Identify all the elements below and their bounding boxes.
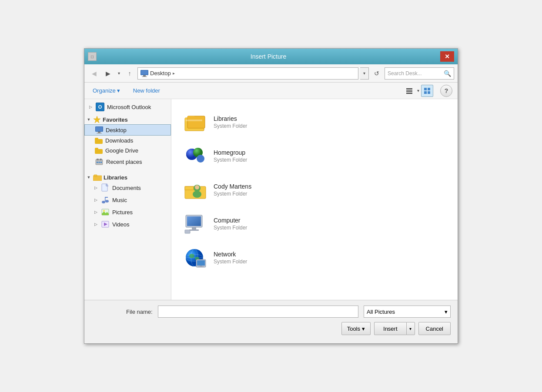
view-tiles-button[interactable] [421, 85, 433, 97]
main-area: ▷ O Microsoft Outlook ▼ Favorites De [84, 99, 458, 300]
forward-button[interactable]: ▶ [102, 67, 114, 80]
pictures-expand-arrow: ▷ [93, 210, 98, 214]
svg-rect-56 [197, 260, 205, 266]
insert-dropdown-button[interactable]: ▾ [406, 322, 415, 335]
svg-point-53 [189, 254, 194, 258]
libraries-info: Libraries System Folder [214, 115, 247, 129]
sidebar-item-documents[interactable]: ▷ Documents [84, 182, 171, 194]
pictures-icon [101, 208, 110, 216]
new-folder-label: New folder [133, 87, 160, 94]
address-box[interactable]: Desktop ▸ [137, 67, 358, 80]
computer-name: Computer [214, 217, 247, 224]
svg-rect-46 [189, 229, 199, 231]
svg-rect-3 [424, 88, 427, 90]
sidebar-item-google-drive[interactable]: Google Drive [84, 146, 171, 156]
new-folder-button[interactable]: New folder [130, 85, 163, 96]
desktop-sidebar-icon [95, 126, 103, 133]
svg-rect-13 [100, 162, 102, 163]
filetype-select[interactable]: All Pictures ▾ [364, 306, 451, 318]
videos-expand-arrow: ▷ [93, 222, 98, 226]
sidebar-item-outlook[interactable]: ▷ O Microsoft Outlook [84, 101, 171, 113]
downloads-folder-icon [95, 138, 103, 144]
insert-button[interactable]: Insert [374, 322, 406, 335]
network-info: Network System Folder [214, 251, 247, 265]
back-button[interactable]: ◀ [88, 67, 100, 80]
content-area: Libraries System Folder [171, 99, 458, 300]
svg-rect-12 [99, 162, 100, 163]
svg-point-36 [197, 155, 204, 163]
outlook-expand-arrow: ▷ [88, 105, 93, 109]
sidebar-item-videos[interactable]: ▷ Videos [84, 218, 171, 230]
toolbar: Organize ▾ New folder ▾ [84, 83, 458, 99]
buttons-row: Tools ▾ Insert ▾ Cancel [91, 322, 451, 335]
google-drive-label: Google Drive [105, 147, 138, 154]
documents-expand-arrow: ▷ [93, 186, 98, 190]
up-button[interactable]: ↑ [124, 67, 136, 80]
footer: File name: All Pictures ▾ Tools ▾ Insert… [84, 300, 458, 343]
sidebar-item-music[interactable]: ▷ Music [84, 194, 171, 206]
search-placeholder: Search Desk... [388, 70, 442, 76]
organize-arrow: ▾ [117, 87, 120, 94]
address-chevron: ▸ [173, 71, 175, 76]
sidebar-item-downloads[interactable]: Downloads [84, 136, 171, 146]
svg-rect-16 [94, 175, 97, 176]
music-icon [101, 196, 110, 204]
sidebar-item-recent-places[interactable]: Recent places [84, 156, 171, 168]
svg-point-41 [195, 185, 199, 189]
close-button[interactable]: ✕ [440, 51, 454, 62]
filename-label: File name: [126, 309, 153, 315]
libraries-folder-icon [93, 174, 102, 181]
svg-point-24 [103, 210, 105, 212]
help-button[interactable]: ? [440, 85, 452, 97]
desktop-address-icon [141, 70, 148, 77]
google-drive-folder-icon [95, 148, 103, 154]
address-dropdown[interactable]: ▾ [360, 67, 369, 80]
address-bar: ◀ ▶ ▾ ↑ Desktop ▸ ▾ ↺ Search Desk... 🔍 [84, 64, 458, 83]
view-controls: ▾ [403, 85, 433, 97]
view-list-button[interactable] [403, 85, 415, 97]
cancel-button[interactable]: Cancel [418, 322, 451, 335]
sidebar-libraries-section: ▼ Libraries [84, 171, 171, 182]
sidebar-item-pictures[interactable]: ▷ Pictures [84, 206, 171, 218]
dialog-icon-text: □ [91, 54, 94, 59]
svg-rect-6 [428, 91, 430, 94]
videos-label: Videos [112, 221, 130, 228]
filename-input[interactable] [158, 306, 358, 318]
insert-group: Insert ▾ [374, 322, 415, 335]
svg-point-20 [105, 200, 109, 203]
content-item-user-folder[interactable]: Cody Martens System Folder [178, 174, 451, 206]
organize-button[interactable]: Organize ▾ [90, 85, 123, 96]
dialog-icon: □ [88, 52, 97, 61]
music-label: Music [112, 197, 127, 203]
nav-dropdown-arrow[interactable]: ▾ [116, 67, 122, 80]
favorites-expand-arrow: ▼ [86, 117, 91, 122]
computer-content-icon [184, 213, 207, 235]
documents-icon [101, 183, 110, 192]
favorites-label: Favorites [103, 116, 128, 123]
content-item-computer[interactable]: Computer System Folder [178, 208, 451, 240]
svg-rect-0 [406, 88, 412, 90]
sidebar-favorites-section: ▼ Favorites [84, 113, 171, 124]
outlook-icon: O [96, 103, 104, 111]
content-item-libraries[interactable]: Libraries System Folder [178, 106, 451, 138]
svg-rect-44 [187, 216, 201, 226]
sidebar-item-desktop[interactable]: Desktop [84, 124, 171, 136]
libraries-name: Libraries [214, 115, 247, 122]
address-location: Desktop [150, 70, 171, 76]
search-icon[interactable]: 🔍 [444, 70, 451, 77]
refresh-button[interactable]: ↺ [371, 67, 383, 80]
svg-rect-9 [97, 159, 99, 160]
search-box[interactable]: Search Desk... 🔍 [385, 67, 454, 80]
homegroup-info: Homegroup System Folder [214, 149, 247, 163]
tools-button[interactable]: Tools ▾ [341, 322, 371, 335]
svg-rect-38 [185, 186, 194, 190]
organize-label: Organize [93, 87, 116, 94]
user-folder-info: Cody Martens System Folder [214, 183, 251, 197]
user-folder-name: Cody Martens [214, 183, 251, 190]
view-dropdown[interactable]: ▾ [417, 88, 419, 93]
content-item-homegroup[interactable]: Homegroup System Folder [178, 140, 451, 172]
content-item-network[interactable]: Network System Folder [178, 242, 451, 274]
titlebar: □ Insert Picture ✕ [84, 49, 458, 64]
computer-type: System Folder [214, 225, 247, 231]
svg-rect-32 [186, 120, 202, 121]
